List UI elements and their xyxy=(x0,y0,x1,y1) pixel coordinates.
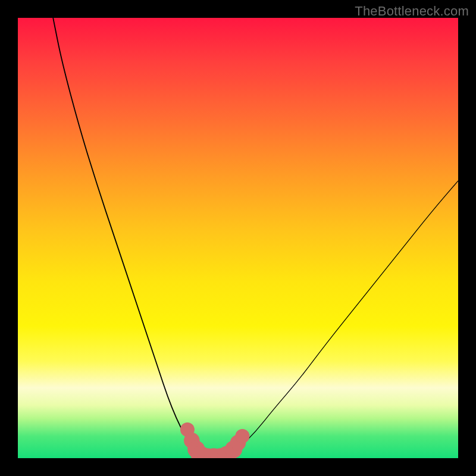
series-left-curve xyxy=(53,18,198,458)
series-right-curve xyxy=(229,181,458,458)
valley-dots-layer xyxy=(180,422,249,458)
valley-dot xyxy=(235,429,249,443)
chart-svg xyxy=(18,18,458,458)
plot-area xyxy=(18,18,458,458)
watermark-text: TheBottleneck.com xyxy=(355,4,469,19)
lines-layer xyxy=(53,18,458,458)
chart-frame: TheBottleneck.com xyxy=(0,0,476,476)
